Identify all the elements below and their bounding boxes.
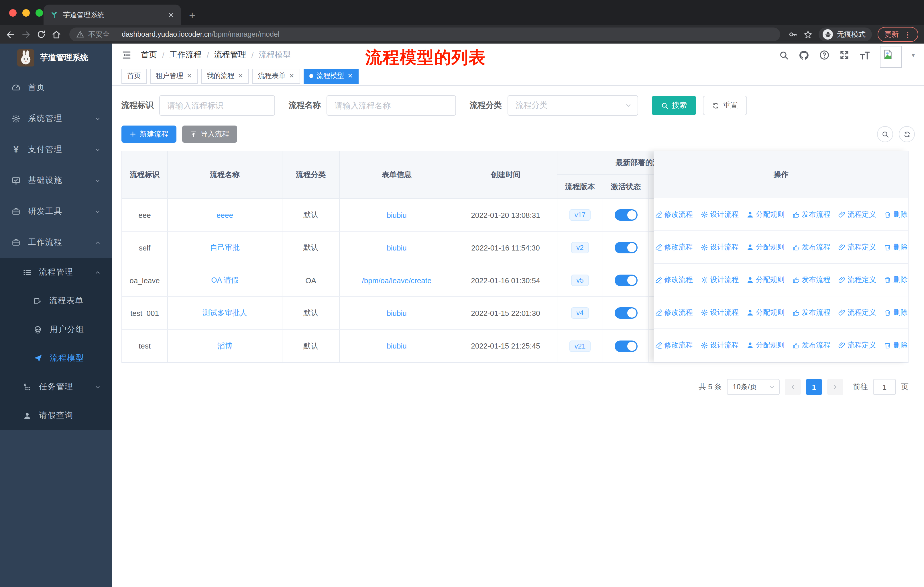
modify-process-link[interactable]: 修改流程 [655,275,693,284]
assign-rule-link[interactable]: 分配规则 [746,341,784,350]
delete-link[interactable]: 删除 [884,275,908,284]
sidebar-item-devtools[interactable]: 研发工具 [0,196,112,227]
cell-form-link[interactable]: biubiu [340,199,454,231]
assign-rule-link[interactable]: 分配规则 [746,308,784,317]
publish-process-link[interactable]: 发布流程 [792,308,830,317]
reset-button[interactable]: 重置 [703,96,747,115]
breadcrumb-item[interactable]: 首页 [141,50,157,60]
delete-link[interactable]: 删除 [884,210,908,219]
maximize-window-button[interactable] [36,9,43,17]
design-process-link[interactable]: 设计流程 [700,210,739,219]
cell-form-link[interactable]: /bpm/oa/leave/create [340,264,454,296]
create-process-button[interactable]: 新建流程 [121,126,177,143]
modify-process-link[interactable]: 修改流程 [655,341,693,350]
prev-page-button[interactable] [785,379,801,395]
assign-rule-link[interactable]: 分配规则 [746,210,784,219]
tag-close-icon[interactable]: ✕ [347,72,353,80]
refresh-table-button[interactable] [899,126,915,142]
cell-process-name-link[interactable]: OA 请假 [168,264,282,296]
sidebar-item-process-model[interactable]: 流程模型 [0,344,112,373]
cell-process-name-link[interactable]: 测试多审批人 [168,297,282,329]
process-category-select[interactable]: 流程分类 [508,95,638,116]
design-process-link[interactable]: 设计流程 [700,275,739,284]
cell-form-link[interactable]: biubiu [340,330,454,362]
modify-process-link[interactable]: 修改流程 [655,308,693,317]
tag-close-icon[interactable]: ✕ [238,72,243,80]
publish-process-link[interactable]: 发布流程 [792,210,830,219]
import-process-button[interactable]: 导入流程 [182,126,237,143]
help-question-icon[interactable] [820,50,830,60]
design-process-link[interactable]: 设计流程 [700,341,739,350]
delete-link[interactable]: 删除 [884,308,908,317]
sidebar-logo-row[interactable]: 芋道管理系统 [0,43,112,72]
process-definition-link[interactable]: 流程定义 [838,341,876,350]
reload-icon[interactable] [37,30,46,39]
tag-process-model[interactable]: 流程模型✕ [303,68,358,83]
cell-process-name-link[interactable]: 滔博 [168,330,282,362]
active-toggle[interactable] [614,307,637,319]
process-definition-link[interactable]: 流程定义 [838,275,876,284]
sidebar-item-infra[interactable]: 基础设施 [0,165,112,196]
forward-icon[interactable] [21,30,31,39]
avatar-caret-icon[interactable]: ▾ [912,51,915,59]
delete-link[interactable]: 删除 [884,242,908,252]
tag-close-icon[interactable]: ✕ [187,72,192,80]
assign-rule-link[interactable]: 分配规则 [746,242,784,252]
cell-process-name-link[interactable]: eeee [168,199,282,231]
sidebar-item-process-management[interactable]: 流程管理 [0,258,112,287]
page-size-select[interactable]: 10条/页 [727,379,780,395]
sidebar-item-system[interactable]: 系统管理 [0,103,112,134]
font-size-icon[interactable] [860,50,870,61]
tag-process-form[interactable]: 流程表单✕ [252,68,300,83]
cell-process-name-link[interactable]: 自己审批 [168,231,282,264]
fullscreen-icon[interactable] [840,50,850,60]
browser-update-button[interactable]: 更新 ⋮ [878,27,918,42]
bookmark-star-icon[interactable] [803,30,813,39]
breadcrumb-item[interactable]: 工作流程 [170,50,201,60]
tag-close-icon[interactable]: ✕ [289,72,294,80]
next-page-button[interactable] [827,379,843,395]
search-button[interactable]: 搜索 [652,96,696,115]
address-bar[interactable]: 不安全 dashboard.yudao.iocoder.cn/bpm/manag… [69,28,780,41]
password-key-icon[interactable] [788,30,797,39]
cell-form-link[interactable]: biubiu [340,297,454,329]
publish-process-link[interactable]: 发布流程 [792,341,830,350]
tag-tenant[interactable]: 租户管理✕ [150,68,198,83]
toggle-search-button[interactable] [877,126,893,142]
sidebar-item-process-form[interactable]: 流程表单 [0,287,112,315]
close-window-button[interactable] [9,9,16,17]
sidebar-item-workflow[interactable]: 工作流程 [0,227,112,258]
sidebar-item-leave-query[interactable]: 请假查询 [0,401,112,430]
active-toggle[interactable] [614,340,637,352]
modify-process-link[interactable]: 修改流程 [655,210,693,219]
design-process-link[interactable]: 设计流程 [700,242,739,252]
browser-menu-icon[interactable]: ⋮ [904,30,911,39]
home-icon[interactable] [51,30,61,39]
avatar[interactable] [880,46,902,68]
tag-home[interactable]: 首页 [121,68,147,83]
active-toggle[interactable] [614,274,637,286]
new-tab-button[interactable]: + [189,10,195,21]
minimize-window-button[interactable] [22,9,30,17]
process-key-input[interactable] [159,95,275,116]
process-name-input[interactable] [327,95,456,116]
active-toggle[interactable] [614,209,637,221]
assign-rule-link[interactable]: 分配规则 [746,275,784,284]
search-icon[interactable] [779,50,789,60]
sidebar-item-task-management[interactable]: 任务管理 [0,373,112,401]
breadcrumb-item[interactable]: 流程管理 [214,50,246,60]
sidebar-item-payment[interactable]: ¥ 支付管理 [0,134,112,165]
process-definition-link[interactable]: 流程定义 [838,210,876,219]
active-toggle[interactable] [614,242,637,253]
process-definition-link[interactable]: 流程定义 [838,242,876,252]
browser-tab[interactable]: 芋道管理系统 ✕ [43,5,181,25]
tab-close-icon[interactable]: ✕ [168,11,174,19]
process-definition-link[interactable]: 流程定义 [838,308,876,317]
collapse-sidebar-icon[interactable] [121,50,132,60]
publish-process-link[interactable]: 发布流程 [792,275,830,284]
publish-process-link[interactable]: 发布流程 [792,242,830,252]
cell-form-link[interactable]: biubiu [340,231,454,264]
delete-link[interactable]: 删除 [884,341,908,350]
back-icon[interactable] [6,30,15,39]
design-process-link[interactable]: 设计流程 [700,308,739,317]
